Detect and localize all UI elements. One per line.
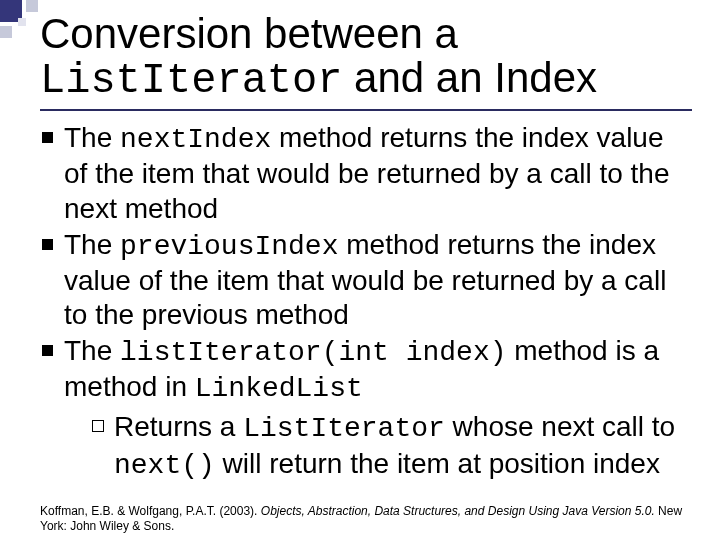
title-line2-tail: and an Index — [342, 54, 597, 101]
body-text: The — [64, 122, 120, 153]
list-item: The nextIndex method returns the index v… — [40, 121, 692, 225]
body-text: will return the item at position index — [215, 448, 660, 479]
body-text: Returns a — [114, 411, 243, 442]
code-text: LinkedList — [195, 373, 363, 404]
title-code: ListIterator — [40, 57, 342, 105]
sub-list-item: Returns a ListIterator whose next call t… — [90, 410, 692, 482]
list-item: The previousIndex method returns the ind… — [40, 228, 692, 332]
list-item: The listIterator(int index) method is a … — [40, 334, 692, 483]
code-text: next() — [114, 450, 215, 481]
code-text: ListIterator — [243, 413, 445, 444]
bullet-list: The nextIndex method returns the index v… — [40, 121, 692, 483]
body-text: The — [64, 229, 120, 260]
code-text: listIterator(int index) — [120, 337, 506, 368]
citation-title: Objects, Abstraction, Data Structures, a… — [261, 504, 658, 518]
corner-decoration — [0, 0, 44, 48]
body-text: The — [64, 335, 120, 366]
body-text: whose next call to — [445, 411, 675, 442]
slide-title: Conversion between a ListIterator and an… — [40, 12, 692, 103]
code-text: nextIndex — [120, 124, 271, 155]
citation-prefix: Koffman, E.B. & Wolfgang, P.A.T. (2003). — [40, 504, 261, 518]
code-text: previousIndex — [120, 231, 338, 262]
citation-footer: Koffman, E.B. & Wolfgang, P.A.T. (2003).… — [40, 504, 692, 534]
title-rule — [40, 109, 692, 111]
sub-list: Returns a ListIterator whose next call t… — [64, 410, 692, 482]
title-line1: Conversion between a — [40, 10, 458, 57]
